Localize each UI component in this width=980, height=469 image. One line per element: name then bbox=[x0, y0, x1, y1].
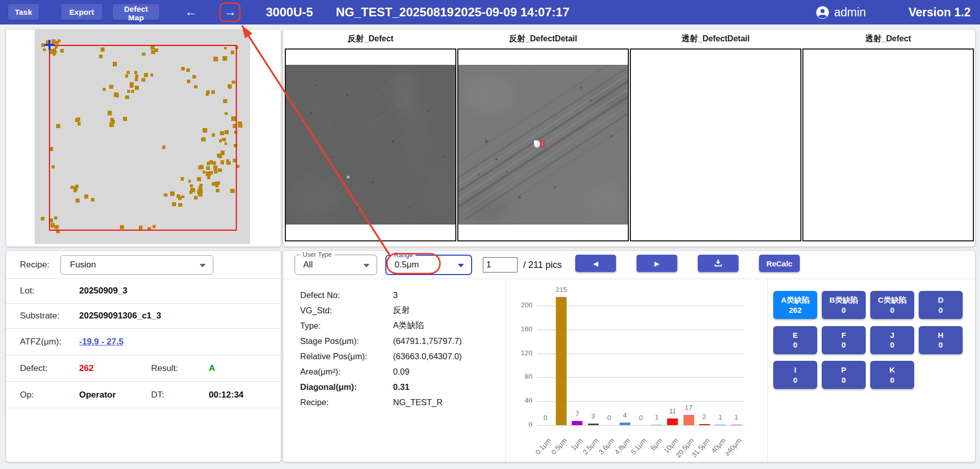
gridline bbox=[537, 354, 744, 354]
user-type-select[interactable]: User Type All bbox=[295, 255, 377, 275]
defect-map-button[interactable]: Defect Map bbox=[113, 4, 159, 20]
app-root: Task Export Defect Map ← → 3000U-5 NG_TE… bbox=[0, 0, 980, 469]
export-button[interactable]: Export bbox=[61, 4, 102, 20]
bar-value-label: 0 bbox=[535, 414, 556, 422]
histogram-bar[interactable] bbox=[651, 425, 662, 425]
defect-dot bbox=[43, 48, 46, 52]
class-button-count: 0 bbox=[870, 375, 914, 385]
lot-row: Lot: 20250909_3 bbox=[6, 279, 281, 304]
histogram-bar[interactable] bbox=[556, 297, 567, 426]
range-value: 0.5μm bbox=[395, 260, 419, 270]
defect-dot bbox=[52, 39, 56, 43]
y-tick-label: 80 bbox=[512, 373, 532, 380]
class-button-C类缺陷[interactable]: C类缺陷0 bbox=[870, 291, 914, 319]
histogram-bar[interactable] bbox=[699, 424, 710, 425]
histogram-bar[interactable] bbox=[715, 425, 726, 425]
substrate-label: Substrate: bbox=[20, 311, 60, 321]
pic-index-input[interactable] bbox=[483, 257, 518, 273]
trans-detail-image-panel[interactable] bbox=[630, 48, 801, 241]
result-label: Result: bbox=[151, 363, 178, 374]
gridline bbox=[537, 306, 744, 306]
class-button-D[interactable]: D0 bbox=[919, 291, 963, 319]
detail-value: A类缺陷 bbox=[393, 320, 424, 331]
defect-details-section: Defect No:3VG_Std:反射Type:A类缺陷Stage Pos(μ… bbox=[283, 279, 506, 462]
class-button-E[interactable]: E0 bbox=[773, 326, 817, 354]
defect-dot bbox=[58, 39, 61, 43]
detail-value: 0.09 bbox=[393, 367, 409, 377]
bar-value-label: 1 bbox=[726, 413, 746, 421]
defect-map-card bbox=[6, 30, 281, 246]
task-button[interactable]: Task bbox=[8, 4, 39, 20]
histogram-bar[interactable] bbox=[667, 418, 678, 425]
op-label: Op: bbox=[20, 390, 34, 400]
class-button-label: J bbox=[870, 330, 914, 340]
detail-row: Diagonal(μm):0.31 bbox=[283, 379, 505, 394]
histogram-bar[interactable] bbox=[731, 425, 742, 425]
arrow-back-icon[interactable]: ← bbox=[181, 0, 201, 24]
size-histogram-section: 0408012016020000.1μm2150.5μm71μm32.5μm03… bbox=[506, 279, 768, 462]
detail-label: Area(μm²): bbox=[300, 367, 340, 377]
gridline bbox=[537, 425, 744, 426]
detail-label: Defect No: bbox=[300, 290, 340, 300]
substrate-value: 202509091306_c1_3 bbox=[79, 311, 161, 321]
class-button-I[interactable]: I0 bbox=[773, 361, 817, 389]
op-value: Operator bbox=[79, 390, 116, 400]
gridline bbox=[537, 330, 744, 330]
class-button-A类缺陷[interactable]: A类缺陷262 bbox=[773, 291, 817, 319]
prev-pic-button[interactable]: ◀ bbox=[575, 255, 616, 272]
reflect-detail-image-panel[interactable] bbox=[457, 48, 629, 241]
arrow-forward-icon[interactable]: → bbox=[220, 0, 240, 24]
defect-class-section: A类缺陷262B类缺陷0C类缺陷0D0E0F0J0H0I0P0K0 bbox=[768, 279, 975, 462]
recalc-button[interactable]: ReCalc bbox=[759, 255, 800, 272]
class-button-B类缺陷[interactable]: B类缺陷0 bbox=[822, 291, 866, 319]
next-pic-button[interactable]: ▶ bbox=[636, 255, 677, 272]
panel-title-reflect-defect: 反射_Defect bbox=[285, 34, 456, 44]
class-button-count: 0 bbox=[822, 375, 866, 385]
analysis-card: User Type All Range 0.5μm / 211 pics ◀ ▶… bbox=[283, 251, 975, 462]
detail-label: Type: bbox=[300, 321, 321, 331]
recipe-select[interactable]: Fusion bbox=[60, 255, 213, 275]
machine-id: 3000U-5 bbox=[266, 0, 313, 24]
sem-detail-image bbox=[458, 65, 628, 225]
class-button-F[interactable]: F0 bbox=[822, 326, 866, 354]
detail-label: Recipe: bbox=[300, 398, 329, 407]
recipe-selected-value: Fusion bbox=[70, 260, 96, 270]
username-label[interactable]: admin bbox=[834, 0, 866, 24]
histogram-bar[interactable] bbox=[620, 423, 630, 425]
panel-title-trans-defect: 透射_Defect bbox=[802, 34, 974, 44]
reflect-defect-image-panel[interactable] bbox=[285, 48, 456, 241]
detail-value: 0.31 bbox=[393, 382, 409, 392]
histogram-bar[interactable] bbox=[588, 424, 599, 426]
download-button[interactable] bbox=[698, 255, 739, 272]
atfz-link[interactable]: -19.9 - 27.5 bbox=[79, 337, 124, 347]
class-button-label: B类缺陷 bbox=[822, 295, 866, 305]
y-tick-label: 120 bbox=[512, 349, 532, 357]
detail-row: VG_Std:反射 bbox=[283, 303, 505, 318]
class-button-K[interactable]: K0 bbox=[870, 361, 914, 389]
class-button-count: 262 bbox=[773, 305, 817, 315]
histogram-bar[interactable] bbox=[572, 421, 582, 425]
user-avatar-icon bbox=[816, 6, 829, 19]
op-dt-row: Op: Operator DT: 00:12:34 bbox=[6, 382, 281, 408]
defect-count: 262 bbox=[79, 363, 93, 374]
histogram-bar[interactable] bbox=[683, 415, 694, 425]
class-button-count: 0 bbox=[919, 305, 963, 315]
defect-label: Defect: bbox=[20, 363, 47, 374]
range-select[interactable]: Range 0.5μm bbox=[385, 255, 472, 275]
defect-dot bbox=[238, 124, 242, 128]
lot-label: Lot: bbox=[20, 286, 34, 296]
class-button-label: D bbox=[919, 295, 963, 305]
defect-map[interactable] bbox=[35, 30, 250, 244]
detail-row: Defect No:3 bbox=[283, 287, 505, 303]
trans-defect-image-panel[interactable] bbox=[802, 48, 974, 241]
panel-title-trans-detail: 透射_DefectDetail bbox=[630, 34, 801, 44]
class-button-H[interactable]: H0 bbox=[919, 326, 963, 354]
class-button-count: 0 bbox=[822, 340, 866, 350]
panel-title-reflect-detail: 反射_DefectDetail bbox=[457, 34, 629, 44]
detail-value: 反射 bbox=[393, 305, 410, 316]
class-button-P[interactable]: P0 bbox=[822, 361, 866, 389]
defect-dot bbox=[41, 217, 44, 220]
detail-value: 3 bbox=[393, 290, 398, 300]
class-button-J[interactable]: J0 bbox=[870, 326, 914, 354]
task-name: NG_TEST_20250819 bbox=[336, 0, 454, 24]
